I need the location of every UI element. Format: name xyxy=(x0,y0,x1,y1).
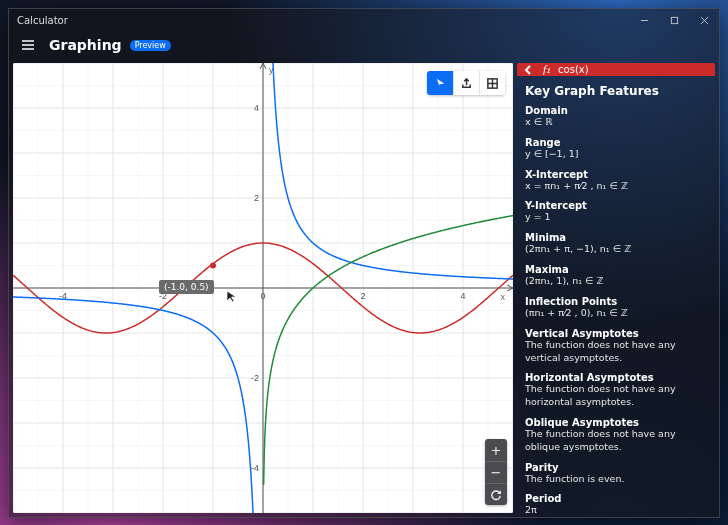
graph-options-button[interactable] xyxy=(479,71,505,95)
feature-item: Inflection Points(πn₁ + π⁄2 , 0), n₁ ∈ ℤ xyxy=(517,293,715,325)
feature-item: Oblique AsymptotesThe function does not … xyxy=(517,414,715,459)
feature-item: Y-Intercepty = 1 xyxy=(517,197,715,229)
graph-canvas[interactable]: xy-4-2024-4-224 xyxy=(13,63,513,513)
feature-value: The function is even. xyxy=(525,473,707,486)
svg-text:0: 0 xyxy=(261,291,266,301)
svg-text:-4: -4 xyxy=(251,463,259,473)
mode-title: Graphing xyxy=(49,37,122,53)
share-button[interactable] xyxy=(453,71,479,95)
app-title: Calculator xyxy=(17,15,68,26)
zoom-in-button[interactable]: + xyxy=(485,439,507,461)
feature-item: Maxima(2πn₁, 1), n₁ ∈ ℤ xyxy=(517,261,715,293)
feature-item: ParityThe function is even. xyxy=(517,459,715,491)
feature-value: The function does not have any vertical … xyxy=(525,339,707,365)
feature-value: (πn₁ + π⁄2 , 0), n₁ ∈ ℤ xyxy=(525,307,707,320)
feature-label: Y-Intercept xyxy=(525,200,707,211)
feature-item: Domainx ∈ ℝ xyxy=(517,102,715,134)
feature-value: The function does not have any horizonta… xyxy=(525,383,707,409)
zoom-controls: + − xyxy=(485,439,507,505)
feature-value: (2πn₁ + π, −1), n₁ ∈ ℤ xyxy=(525,243,707,256)
trace-tooltip: (-1.0, 0.5) xyxy=(159,280,214,294)
feature-value: 2π xyxy=(525,504,707,513)
feature-label: Oblique Asymptotes xyxy=(525,417,707,428)
svg-point-78 xyxy=(210,263,216,269)
svg-text:-2: -2 xyxy=(251,373,259,383)
feature-label: Range xyxy=(525,137,707,148)
close-button[interactable] xyxy=(689,9,719,31)
zoom-reset-button[interactable] xyxy=(485,483,507,505)
feature-label: Minima xyxy=(525,232,707,243)
feature-value: x = πn₁ + π⁄2 , n₁ ∈ ℤ xyxy=(525,180,707,193)
svg-text:2: 2 xyxy=(361,291,366,301)
graph-toolbar xyxy=(427,71,505,95)
hamburger-menu-button[interactable] xyxy=(15,32,41,58)
feature-label: Inflection Points xyxy=(525,296,707,307)
cursor-icon xyxy=(225,288,239,307)
titlebar[interactable]: Calculator xyxy=(9,9,719,31)
feature-item: Period2π xyxy=(517,490,715,513)
svg-rect-0 xyxy=(671,17,677,23)
back-button[interactable] xyxy=(523,64,537,76)
feature-value: (2πn₁, 1), n₁ ∈ ℤ xyxy=(525,275,707,288)
feature-label: Maxima xyxy=(525,264,707,275)
svg-text:4: 4 xyxy=(461,291,466,301)
function-expression: cos(x) xyxy=(558,64,589,75)
maximize-button[interactable] xyxy=(659,9,689,31)
svg-text:2: 2 xyxy=(254,193,259,203)
header: Graphing Preview xyxy=(9,31,719,59)
svg-text:4: 4 xyxy=(254,103,259,113)
feature-label: X-Intercept xyxy=(525,169,707,180)
feature-list: Domainx ∈ ℝRangey ∈ [−1, 1]X-Interceptx … xyxy=(517,102,715,513)
trace-button[interactable] xyxy=(427,71,453,95)
feature-item: Minima(2πn₁ + π, −1), n₁ ∈ ℤ xyxy=(517,229,715,261)
feature-value: y = 1 xyxy=(525,211,707,224)
function-index: f₁ xyxy=(543,63,550,76)
feature-label: Parity xyxy=(525,462,707,473)
feature-item: Horizontal AsymptotesThe function does n… xyxy=(517,369,715,414)
minimize-button[interactable] xyxy=(629,9,659,31)
feature-label: Period xyxy=(525,493,707,504)
feature-value: x ∈ ℝ xyxy=(525,116,707,129)
feature-label: Vertical Asymptotes xyxy=(525,328,707,339)
feature-label: Domain xyxy=(525,105,707,116)
svg-text:x: x xyxy=(501,292,506,302)
feature-item: X-Interceptx = πn₁ + π⁄2 , n₁ ∈ ℤ xyxy=(517,166,715,198)
graph-area[interactable]: xy-4-2024-4-224 (-1.0, 0.5) xyxy=(13,63,513,513)
feature-item: Rangey ∈ [−1, 1] xyxy=(517,134,715,166)
feature-value: The function does not have any oblique a… xyxy=(525,428,707,454)
preview-badge: Preview xyxy=(130,40,171,51)
zoom-out-button[interactable]: − xyxy=(485,461,507,483)
panel-title: Key Graph Features xyxy=(517,76,715,102)
calculator-window: Calculator Graphing Preview xy-4-2024-4-… xyxy=(8,8,720,518)
feature-value: y ∈ [−1, 1] xyxy=(525,148,707,161)
feature-item: Vertical AsymptotesThe function does not… xyxy=(517,325,715,370)
function-header: f₁ cos(x) xyxy=(517,63,715,76)
feature-label: Horizontal Asymptotes xyxy=(525,372,707,383)
key-features-panel[interactable]: f₁ cos(x) Key Graph Features Domainx ∈ ℝ… xyxy=(517,63,715,513)
